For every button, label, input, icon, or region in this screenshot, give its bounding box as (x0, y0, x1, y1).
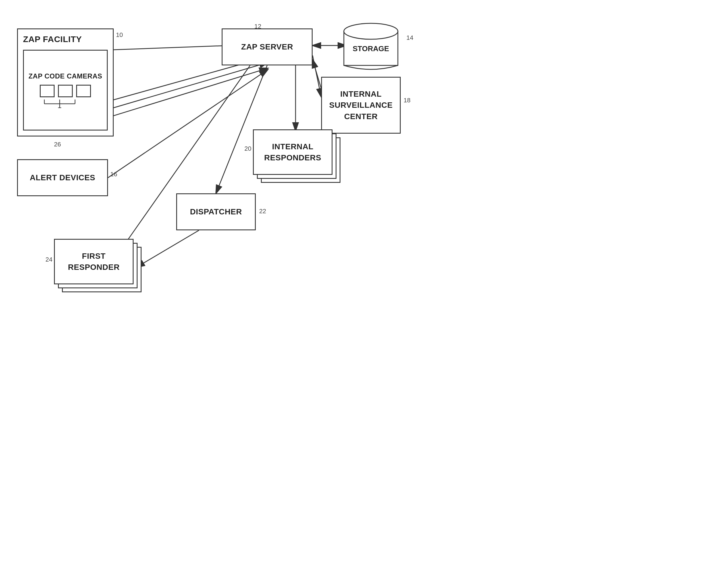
dispatcher-box: DISPATCHER (176, 193, 256, 230)
svg-line-14 (136, 230, 199, 267)
zap-server-box: ZAP SERVER (222, 28, 312, 65)
svg-point-22 (344, 23, 398, 39)
svg-marker-20 (58, 107, 61, 108)
internal-surveillance-box: INTERNALSURVEILLANCECENTER (321, 77, 401, 134)
first-responder-label: FIRSTRESPONDER (68, 251, 120, 273)
label-26: 26 (54, 141, 61, 148)
first-responder-box: FIRSTRESPONDER (54, 239, 134, 284)
camera-bracket (37, 100, 94, 108)
diagram: ZAP FACILITY ZAP CODE CAMERAS 10 26 (0, 0, 717, 588)
storage-cylinder: STORAGE (341, 21, 401, 71)
camera-icon-3 (76, 85, 91, 97)
svg-line-9 (312, 56, 321, 97)
label-22: 22 (259, 208, 266, 215)
camera-icon-2 (58, 85, 73, 97)
svg-line-7 (108, 70, 268, 178)
internal-surveillance-label: INTERNALSURVEILLANCECENTER (329, 88, 392, 122)
svg-text:STORAGE: STORAGE (353, 44, 389, 53)
label-10: 10 (116, 31, 123, 39)
label-20: 20 (244, 145, 251, 152)
zap-facility-label: ZAP FACILITY (23, 35, 82, 44)
zap-code-cameras-label: ZAP CODE CAMERAS (28, 72, 102, 80)
zap-facility-box: ZAP FACILITY ZAP CODE CAMERAS (17, 28, 114, 136)
camera-icon-1 (40, 85, 55, 97)
svg-line-13 (312, 60, 321, 88)
internal-responders-box: INTERNALRESPONDERS (253, 129, 332, 175)
label-24: 24 (45, 256, 52, 263)
label-18: 18 (404, 97, 410, 104)
internal-responders-label: INTERNALRESPONDERS (264, 141, 321, 163)
alert-devices-box: ALERT DEVICES (17, 159, 108, 196)
label-16: 16 (110, 171, 117, 178)
dispatcher-label: DISPATCHER (190, 207, 242, 216)
zap-server-label: ZAP SERVER (241, 42, 293, 51)
storage-svg: STORAGE (341, 21, 401, 71)
internal-responders-container: INTERNALRESPONDERS (253, 129, 332, 175)
first-responder-container: FIRSTRESPONDER (54, 239, 134, 284)
label-14: 14 (406, 34, 413, 42)
alert-devices-label: ALERT DEVICES (30, 173, 95, 182)
label-12: 12 (254, 23, 261, 30)
